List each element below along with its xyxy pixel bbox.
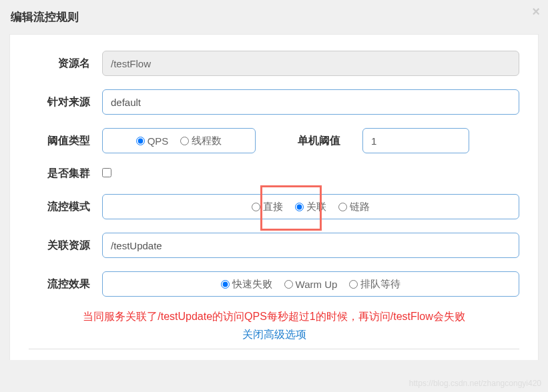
mode-group: 直接 关联 链路: [102, 194, 519, 219]
label-relate-resource: 关联资源: [29, 239, 102, 253]
modal-header: 编辑流控规则 ×: [0, 0, 548, 34]
divider: [29, 349, 519, 349]
label-cluster: 是否集群: [29, 167, 102, 181]
row-threshold-type: 阈值类型 QPS 线程数 单机阈值: [29, 128, 519, 153]
radio-chain-label: 链路: [350, 201, 370, 213]
modal-body: 资源名 针对来源 阈值类型 QPS 线程数 单机阈值 是否集: [9, 34, 539, 360]
threshold-type-group: QPS 线程数: [102, 128, 256, 153]
radio-relate-label: 关联: [306, 201, 326, 213]
radio-queue[interactable]: 排队等待: [349, 278, 400, 291]
radio-chain-input[interactable]: [338, 203, 347, 211]
radio-qps[interactable]: QPS: [136, 135, 169, 147]
input-source[interactable]: [102, 89, 519, 115]
modal-title: 编辑流控规则: [11, 11, 79, 23]
label-effect: 流控效果: [29, 277, 102, 291]
annotation-note: 当同服务关联了/testUpdate的访问QPS每秒超过1的时候，再访问/tes…: [29, 310, 519, 324]
radio-threads-input[interactable]: [180, 137, 189, 145]
label-single-threshold: 单机阈值: [276, 134, 362, 148]
radio-fast[interactable]: 快速失败: [221, 278, 272, 291]
input-relate-resource[interactable]: [102, 233, 519, 258]
radio-direct-label: 直接: [263, 201, 283, 213]
row-source: 针对来源: [29, 89, 519, 115]
radio-threads[interactable]: 线程数: [180, 135, 222, 147]
label-mode: 流控模式: [29, 200, 102, 214]
row-resource: 资源名: [29, 51, 519, 76]
radio-relate-input[interactable]: [295, 203, 304, 211]
radio-warmup-label: Warm Up: [296, 279, 338, 290]
row-effect: 流控效果 快速失败 Warm Up 排队等待: [29, 271, 519, 297]
close-advanced-link[interactable]: 关闭高级选项: [29, 328, 519, 342]
radio-direct-input[interactable]: [252, 203, 260, 211]
radio-direct[interactable]: 直接: [252, 201, 283, 213]
radio-queue-input[interactable]: [349, 280, 358, 289]
radio-fast-label: 快速失败: [232, 278, 272, 291]
close-icon[interactable]: ×: [532, 4, 540, 19]
radio-warmup-input[interactable]: [284, 280, 293, 289]
radio-qps-input[interactable]: [136, 137, 145, 145]
label-threshold-type: 阈值类型: [29, 134, 102, 148]
row-cluster: 是否集群: [29, 167, 519, 181]
input-resource: [102, 51, 519, 76]
row-relate-resource: 关联资源: [29, 233, 519, 258]
watermark: https://blog.csdn.net/zhangcongyi420: [409, 379, 541, 388]
radio-queue-label: 排队等待: [360, 278, 400, 291]
radio-chain[interactable]: 链路: [338, 201, 370, 213]
label-resource: 资源名: [29, 57, 102, 71]
effect-group: 快速失败 Warm Up 排队等待: [102, 271, 519, 297]
checkbox-cluster[interactable]: [102, 168, 111, 177]
radio-relate[interactable]: 关联: [295, 201, 326, 213]
modal-container: 编辑流控规则 × 资源名 针对来源 阈值类型 QPS 线程数: [0, 0, 548, 392]
row-mode: 流控模式 直接 关联 链路: [29, 194, 519, 219]
label-source: 针对来源: [29, 95, 102, 109]
radio-fast-input[interactable]: [221, 280, 230, 289]
cluster-checkbox-wrap: [102, 168, 519, 180]
radio-threads-label: 线程数: [192, 135, 222, 147]
radio-warmup[interactable]: Warm Up: [284, 279, 338, 290]
radio-qps-label: QPS: [148, 135, 169, 147]
input-single-threshold[interactable]: [362, 128, 469, 153]
